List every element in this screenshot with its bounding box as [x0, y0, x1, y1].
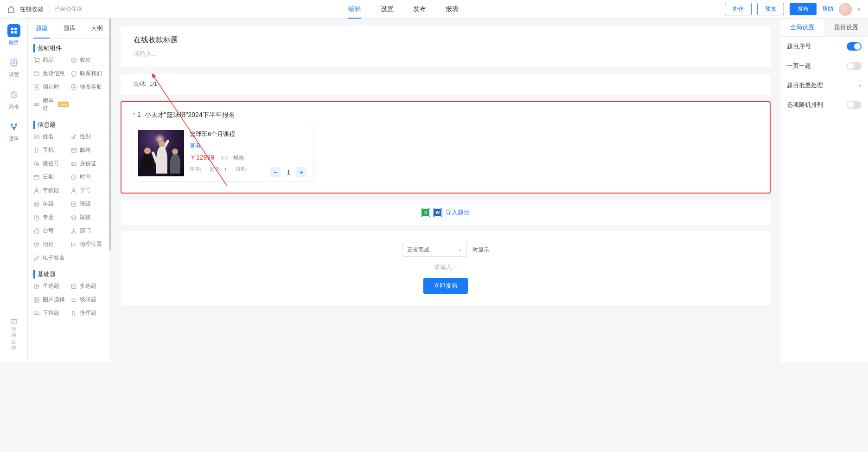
comp-school[interactable]: 院校 [70, 213, 106, 221]
question-product-card[interactable]: *1 小天才"篮球班"2024下半年报名 篮球班6个月课程 查看 ￥12999 … [121, 101, 771, 194]
comp-wechat[interactable]: 微信号 [33, 160, 69, 168]
svg-point-33 [36, 203, 38, 205]
import-questions-button[interactable]: X W 导入题目 [121, 200, 771, 225]
import-label: 导入题目 [446, 208, 470, 217]
settings-tab-global[interactable]: 全局设置 [780, 19, 824, 36]
svg-point-4 [13, 62, 15, 64]
comp-company[interactable]: 公司 [33, 227, 69, 235]
svg-point-21 [71, 136, 74, 139]
nav-questions[interactable]: 题目 [7, 24, 20, 46]
comp-shipping[interactable]: 收货信息 [33, 70, 69, 77]
section-marketing-title: 营销组件 [33, 44, 105, 52]
comp-studentid[interactable]: 学号 [70, 187, 106, 194]
svg-point-9 [11, 124, 13, 125]
nav-style[interactable]: 风格 [7, 88, 20, 110]
toggle-serial[interactable] [847, 42, 862, 51]
publish-button[interactable]: 发布 [790, 3, 817, 15]
svg-point-7 [14, 93, 15, 94]
comp-phone[interactable]: 手机 [33, 146, 69, 154]
comp-signature[interactable]: 电子签名 [33, 254, 69, 262]
feedback-button[interactable]: 使 用 反 馈 [7, 316, 20, 353]
collaborate-button[interactable]: 协作 [725, 3, 752, 15]
svg-point-39 [75, 232, 76, 233]
product-box: 篮球班6个月课程 查看 ￥12999 ￥0 规格 库存: 起售:1 限购: − [133, 125, 313, 181]
view-link[interactable]: 查看 [190, 142, 306, 150]
comp-age[interactable]: 年龄段 [33, 187, 69, 194]
comp-gender[interactable]: 性别 [70, 133, 106, 141]
comp-idcard[interactable]: 身份证 [70, 160, 106, 168]
word-icon: W [434, 208, 442, 217]
tab-publish[interactable]: 发布 [413, 0, 426, 18]
comp-location[interactable]: 地理位置 [70, 240, 106, 248]
nav-logic[interactable]: 逻辑 [7, 120, 20, 142]
title-card[interactable]: 在线收款标题 请输入... [121, 26, 771, 67]
comp-time[interactable]: 时间 [70, 173, 106, 181]
comp-grade[interactable]: 年级 [33, 200, 69, 208]
comp-product[interactable]: 商品 [33, 56, 69, 64]
form-title: 在线收款标题 [134, 35, 758, 45]
comp-checkbox[interactable]: 多选题 [70, 282, 106, 290]
completion-placeholder[interactable]: 请输入... [185, 263, 706, 271]
publish-card: 正常完成 ∨ 时显示 请输入... 立即发布 [121, 232, 771, 305]
qty-plus-button[interactable]: + [296, 167, 306, 177]
comp-map[interactable]: 地图导航 [70, 83, 106, 91]
autosave-status: 已自动保存 [54, 5, 82, 13]
comp-cascade[interactable]: 级联题 [70, 296, 106, 303]
product-price: ￥12999 [190, 154, 214, 162]
page-code-bar: 页码: 1/1 [121, 74, 771, 95]
comp-countdown[interactable]: 倒计时 [33, 83, 69, 91]
product-old-price: ￥0 [220, 155, 228, 161]
comp-tab-type[interactable]: 题型 [28, 19, 56, 38]
comp-sort[interactable]: 排序题 [70, 309, 106, 317]
svg-point-17 [73, 86, 75, 88]
components-panel: 题型 题库 大纲 营销组件 商品 收款 收货信息 联系我们 倒计时 地图导航 跑… [28, 19, 111, 362]
left-icon-nav: 题目 设置 风格 逻辑 使 用 反 馈 [0, 19, 28, 362]
preview-button[interactable]: 预览 [757, 3, 784, 15]
setting-random: 选项随机排列 [780, 95, 868, 115]
product-image[interactable] [138, 130, 184, 176]
tab-edit[interactable]: 编辑 [348, 0, 361, 18]
comp-tab-outline[interactable]: 大纲 [83, 19, 111, 38]
comp-tab-library[interactable]: 题库 [56, 19, 83, 38]
app-title: 在线收款 [19, 5, 44, 13]
setting-batch[interactable]: 题目批量处理 ∨ [780, 76, 868, 95]
desc-placeholder[interactable]: 请输入... [134, 50, 758, 58]
comp-name[interactable]: 姓名 [33, 133, 69, 141]
qty-minus-button[interactable]: − [270, 167, 281, 177]
new-badge: new [58, 102, 69, 107]
svg-point-14 [38, 62, 39, 63]
comp-dropdown[interactable]: 下拉题 [33, 309, 69, 317]
home-icon[interactable] [7, 6, 15, 13]
comp-address[interactable]: 地址 [33, 240, 69, 248]
comp-class[interactable]: 班级 [70, 200, 106, 208]
comp-payment[interactable]: 收款 [70, 56, 106, 64]
tab-report[interactable]: 报表 [446, 0, 459, 18]
help-link[interactable]: 帮助 [822, 5, 833, 13]
comp-radio[interactable]: 单选题 [33, 282, 69, 290]
comp-date[interactable]: 日期 [33, 173, 69, 181]
form-canvas: 在线收款标题 请输入... 页码: 1/1 *1 小天才"篮球班"2024下半年… [111, 19, 780, 362]
qty-value: 1 [284, 169, 293, 176]
nav-settings[interactable]: 设置 [7, 56, 20, 78]
svg-rect-43 [71, 284, 76, 288]
toggle-random[interactable] [847, 101, 862, 109]
tab-settings[interactable]: 设置 [381, 0, 394, 18]
comp-contact[interactable]: 联系我们 [70, 70, 106, 77]
svg-point-13 [36, 62, 36, 63]
publish-now-button[interactable]: 立即发布 [423, 278, 468, 294]
comp-imagechoice[interactable]: 图片选择 [33, 296, 69, 303]
grid-icon [7, 24, 20, 37]
svg-point-40 [36, 243, 38, 245]
settings-tab-question[interactable]: 题目设置 [824, 19, 868, 36]
toggle-onepage[interactable] [847, 62, 862, 70]
completion-select[interactable]: 正常完成 ∨ [402, 243, 467, 257]
spec-link[interactable]: 规格 [233, 154, 244, 162]
chevron-down-icon[interactable]: ∨ [857, 6, 861, 12]
svg-point-37 [73, 228, 74, 229]
comp-email[interactable]: 邮箱 [70, 146, 106, 154]
user-avatar[interactable] [839, 3, 852, 16]
palette-icon [7, 88, 20, 101]
comp-dept[interactable]: 部门 [70, 227, 106, 235]
comp-major[interactable]: 专业 [33, 213, 69, 221]
comp-marquee[interactable]: 跑马灯new [33, 97, 69, 112]
